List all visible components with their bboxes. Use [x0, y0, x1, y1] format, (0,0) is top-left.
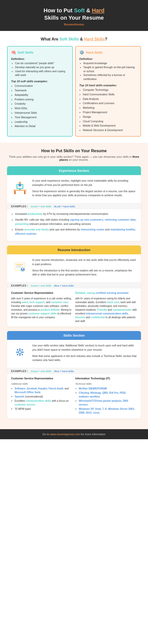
introduction-examples-content: Customer Service Representative with ove… [7, 289, 141, 327]
how-to-section: How to Put Skills on Your Resume Think y… [0, 143, 148, 429]
soft-skills-header: 🧠 Soft Skills [11, 50, 69, 55]
page-footer: Go to www.resumegenius.com for more info… [0, 429, 148, 439]
intro-right-col: Reliable, caring certified nursing assis… [75, 291, 137, 323]
svg-point-15 [22, 268, 23, 269]
list-item: Used for interacting with others and cop… [15, 69, 69, 77]
list-item: Marketing [83, 106, 137, 110]
experience-icon [11, 179, 29, 196]
list-item: Time Management [15, 115, 69, 119]
list-item: McAfee SIEM/EPO/NSM [79, 387, 137, 390]
svg-rect-19 [19, 354, 21, 356]
skills-header: Skills Section [7, 331, 141, 340]
brand-logo: ResumeGenius [8, 23, 140, 26]
skills-subsection: Skills Section Use your ski [7, 331, 141, 419]
svg-rect-20 [16, 352, 18, 353]
experience-body: In your work experience section, highlig… [7, 175, 141, 203]
soft-def-label: Definition: [11, 57, 69, 60]
hard-icon: ⚙️ [79, 50, 84, 55]
list-item: Cittydog, Windsag, QBD, IDA Pro, PEID, m… [79, 391, 137, 398]
svg-rect-25 [21, 349, 23, 351]
footer-link[interactable]: www.resumegenius.com [50, 433, 80, 436]
svg-rect-24 [17, 354, 18, 355]
experience-header: Experience Section [7, 166, 141, 175]
hard-definition-list: Acquired knowledge Taught or gained thro… [79, 61, 137, 81]
list-item: Problem-solving [15, 97, 69, 102]
list-item: Wireshark/TCPview packet analysis, DNS s… [79, 399, 137, 407]
list-item: Computer Technology [83, 88, 137, 92]
introduction-header: Resume Introduction [7, 246, 141, 254]
list-item: Data Analysis [83, 97, 137, 101]
skills-examples-bar: EXAMPLES : Green = soft skills Blue = ha… [7, 368, 141, 374]
skills-examples-content: Customer Service Representative Addition… [7, 374, 141, 419]
list-item: Interpersonal Skills [15, 111, 69, 115]
what-are-section: What Are Soft Skills & Hard Skills? 🧠 So… [0, 31, 148, 143]
svg-rect-23 [21, 354, 23, 355]
svg-rect-22 [17, 349, 18, 351]
svg-rect-1 [14, 191, 16, 194]
page-title: How to Put Soft & Hard Skills on Your Re… [8, 7, 140, 21]
list-item: Creativity [15, 102, 69, 106]
list-item: Cloud Computing [83, 119, 137, 124]
svg-rect-7 [19, 184, 21, 186]
skills-left-col: Customer Service Representative Addition… [11, 377, 73, 415]
intro-left-col: Customer Service Representative with ove… [11, 291, 73, 323]
list-item: Work Ethic [15, 106, 69, 110]
list-item: Ensure accurate and timely pick-ups and … [15, 227, 137, 236]
soft-examples-list: Communication Teamwork Adaptability Prob… [11, 84, 69, 128]
svg-rect-11 [16, 265, 22, 266]
skills-body: Use your skills section (aka 'Additional… [7, 340, 141, 368]
hard-skills-header: ⚙️ Hard Skills [79, 50, 137, 55]
list-item: Windows XP, Vista, 7, 8; Windows Server … [79, 407, 137, 415]
soft-skills-box: 🧠 Soft Skills Definition: Can be conside… [7, 46, 73, 137]
list-item: Can be considered "people skills" [15, 61, 69, 65]
svg-rect-21 [22, 352, 24, 353]
skills-text: Use your skills section (aka 'Additional… [32, 343, 137, 364]
how-to-title: How to Put Skills on Your Resume [7, 149, 141, 153]
experience-examples-bar: EXAMPLES : Green = soft skills BLUE = ha… [7, 203, 141, 209]
list-item: Adaptability [15, 93, 69, 97]
how-to-subtitle: Think your abilities can only go in your… [7, 155, 141, 161]
experience-text: In your work experience section, highlig… [32, 179, 137, 199]
list-item: Certifications and Licenses [83, 101, 137, 105]
page-header: How to Put Soft & Hard Skills on Your Re… [0, 0, 148, 31]
introduction-text: In your resume introduction, showcase on… [32, 258, 137, 279]
list-item: Software: Zendesk, Kayako, Parcel Audit,… [15, 387, 73, 394]
svg-point-17 [19, 351, 21, 353]
list-item: Excellent communication skills with a fo… [15, 399, 73, 407]
list-item: Acquired knowledge [83, 61, 137, 65]
introduction-icon [11, 258, 29, 275]
list-item: Increased productivity by 47% by increas… [15, 212, 137, 216]
list-item: Leadership [15, 120, 69, 124]
introduction-examples-bar: EXAMPLES : Green = soft skills Blue = ha… [7, 282, 141, 289]
list-item: 70 WPM typist [15, 407, 73, 411]
svg-rect-10 [16, 264, 23, 265]
skills-right-col: Information Technology (IT) Technical Sk… [75, 377, 137, 415]
hard-skills-box: ⚙️ Hard Skills Definition: Acquired know… [75, 46, 141, 137]
list-item: Mobile & Web Development [83, 124, 137, 128]
what-are-title: What Are Soft Skills & Hard Skills? [7, 37, 141, 42]
list-item: Network Structure & Development [83, 128, 137, 132]
svg-point-6 [19, 182, 21, 184]
list-item: Attention to Detail [15, 124, 69, 128]
svg-rect-2 [24, 191, 26, 194]
list-item: Communication [15, 84, 69, 88]
list-item: Hard Communication Skills [83, 92, 137, 97]
skills-grid: 🧠 Soft Skills Definition: Can be conside… [7, 46, 141, 137]
introduction-body: In your resume introduction, showcase on… [7, 254, 141, 282]
hard-def-label: Definition: [79, 57, 137, 60]
list-item: Project Management [83, 110, 137, 114]
soft-examples-label: Top 10 soft skills examples: [11, 80, 69, 83]
list-item: Spanish (conversational) [15, 395, 73, 398]
svg-rect-13 [16, 267, 21, 268]
list-item: Handle 90+ calls per day, with duties in… [15, 218, 137, 226]
soft-definition-list: Can be considered "people skills" Develo… [11, 61, 69, 77]
experience-examples-content: Increased productivity by 47% by increas… [7, 209, 141, 241]
soft-icon: 🧠 [11, 50, 16, 55]
list-item: Teamwork [15, 88, 69, 93]
experience-subsection: Experience Section In your [7, 166, 141, 241]
svg-rect-12 [16, 266, 23, 267]
svg-rect-18 [19, 348, 21, 350]
list-item: Sometimes reflected by a license or cert… [83, 73, 137, 81]
hard-examples-label: Top 10 hard skills examples: [79, 84, 137, 87]
skills-icon [11, 343, 29, 361]
